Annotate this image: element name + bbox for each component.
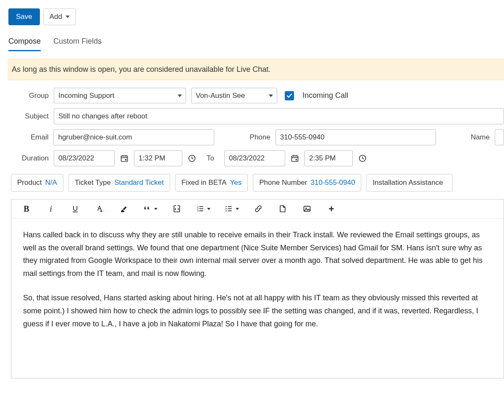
name-label: Name <box>458 133 490 142</box>
svg-point-25 <box>226 210 227 212</box>
group-label: Group <box>11 92 49 100</box>
svg-point-23 <box>226 206 227 207</box>
clock-icon[interactable] <box>187 154 197 163</box>
tab-compose[interactable]: Compose <box>8 34 41 51</box>
image-icon[interactable] <box>302 204 312 214</box>
code-block-icon[interactable] <box>172 204 182 214</box>
highlight-icon[interactable] <box>119 204 129 214</box>
unordered-list-icon[interactable] <box>225 204 239 214</box>
name-input[interactable] <box>495 129 504 145</box>
file-icon[interactable] <box>278 204 288 214</box>
incoming-call-label: Incoming Call <box>302 91 348 100</box>
tag-phone-number[interactable]: Phone Number 310-555-0940 <box>253 174 361 192</box>
subject-label: Subject <box>11 112 49 121</box>
start-time-input[interactable] <box>134 150 182 166</box>
phone-input[interactable] <box>276 129 436 145</box>
clock-icon[interactable] <box>358 154 367 163</box>
caret-down-icon <box>66 16 70 18</box>
rich-text-editor: B i 123 <box>11 199 504 378</box>
italic-icon[interactable]: i <box>46 204 56 214</box>
plus-icon[interactable] <box>326 204 336 214</box>
svg-rect-6 <box>291 156 298 161</box>
agent-select[interactable]: Von-Austin See <box>191 88 277 103</box>
tab-custom-fields[interactable]: Custom Fields <box>53 34 102 51</box>
svg-rect-10 <box>296 159 297 160</box>
underline-icon[interactable] <box>70 204 80 214</box>
link-icon[interactable] <box>253 204 263 214</box>
svg-point-24 <box>226 208 227 210</box>
end-date-input[interactable] <box>224 150 285 166</box>
tag-product[interactable]: Product N/A <box>11 174 63 192</box>
caret-down-icon <box>154 208 158 210</box>
availability-banner: As long as this window is open, you are … <box>8 59 504 80</box>
end-time-input[interactable] <box>304 150 353 166</box>
caret-down-icon <box>236 208 239 210</box>
editor-toolbar: B i 123 <box>11 200 504 218</box>
editor-content[interactable]: Hans called back in to discuss why they … <box>11 218 504 378</box>
start-date-input[interactable] <box>54 150 115 166</box>
phone-label: Phone <box>239 133 270 142</box>
save-button[interactable]: Save <box>8 8 40 25</box>
editor-paragraph: Hans called back in to discuss why they … <box>23 228 492 280</box>
svg-rect-4 <box>125 159 126 160</box>
svg-rect-0 <box>121 156 128 161</box>
calendar-icon[interactable] <box>120 154 129 163</box>
tag-fixed-in-beta[interactable]: Fixed in BETA Yes <box>175 174 248 192</box>
caret-down-icon <box>207 208 210 210</box>
email-label: Email <box>11 133 48 142</box>
text-color-icon[interactable] <box>94 204 105 214</box>
incoming-call-checkbox[interactable] <box>285 91 294 100</box>
add-label: Add <box>50 13 62 21</box>
tag-ticket-type[interactable]: Ticket Type Standard Ticket <box>68 174 170 192</box>
email-input[interactable] <box>53 129 214 145</box>
to-label: To <box>207 154 214 163</box>
check-icon <box>286 93 292 99</box>
custom-fields-summary: Product N/A Ticket Type Standard Ticket … <box>8 174 504 192</box>
svg-text:3: 3 <box>197 210 199 212</box>
subject-input[interactable] <box>54 108 504 124</box>
ordered-list-icon[interactable]: 123 <box>196 204 210 214</box>
add-dropdown-button[interactable]: Add <box>43 8 76 25</box>
duration-label: Duration <box>11 154 49 163</box>
bold-icon[interactable]: B <box>21 204 32 214</box>
svg-point-13 <box>100 210 102 212</box>
editor-paragraph: So, that issue resolved, Hans started as… <box>23 291 492 330</box>
tag-installation-assistance[interactable]: Installation Assistance <box>366 174 452 192</box>
blockquote-icon[interactable] <box>143 204 158 214</box>
calendar-icon[interactable] <box>290 154 299 163</box>
group-select[interactable]: Incoming Support <box>54 88 186 103</box>
